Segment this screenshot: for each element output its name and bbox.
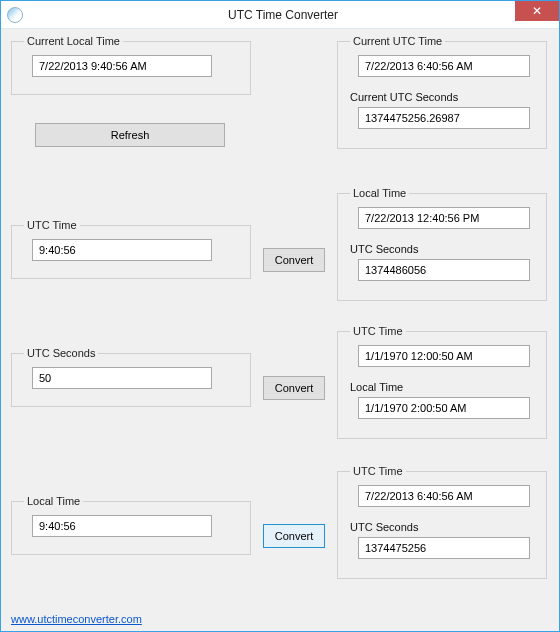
convert-local-time-button[interactable]: Convert	[263, 524, 325, 548]
label-r1-localtime: Local Time	[350, 187, 409, 199]
label-r2-localtime: Local Time	[350, 381, 536, 393]
close-icon: ✕	[532, 5, 542, 17]
group-result-3: UTC Time UTC Seconds	[337, 465, 547, 579]
legend-current-local-time: Current Local Time	[24, 35, 123, 47]
group-current-local-time: Current Local Time	[11, 35, 251, 95]
local-time-input[interactable]	[32, 515, 212, 537]
close-button[interactable]: ✕	[515, 1, 559, 21]
r2-utc-time-field[interactable]	[358, 345, 530, 367]
app-window: UTC Time Converter ✕ Current Local Time …	[0, 0, 560, 632]
r3-utc-seconds-field[interactable]	[358, 537, 530, 559]
group-current-utc: Current UTC Time Current UTC Seconds	[337, 35, 547, 149]
group-local-time-input: Local Time	[11, 495, 251, 555]
utc-seconds-input[interactable]	[32, 367, 212, 389]
website-link[interactable]: www.utctimeconverter.com	[11, 613, 142, 625]
refresh-button[interactable]: Refresh	[35, 123, 225, 147]
legend-utc-seconds: UTC Seconds	[24, 347, 98, 359]
current-utc-time-field[interactable]	[358, 55, 530, 77]
convert-utc-time-button[interactable]: Convert	[263, 248, 325, 272]
label-current-utc-seconds: Current UTC Seconds	[350, 91, 536, 103]
client-area: Current Local Time Refresh UTC Time UTC …	[1, 29, 559, 631]
label-r3-utcseconds: UTC Seconds	[350, 521, 536, 533]
utc-time-input[interactable]	[32, 239, 212, 261]
window-title: UTC Time Converter	[7, 8, 559, 22]
current-utc-seconds-field[interactable]	[358, 107, 530, 129]
r1-local-time-field[interactable]	[358, 207, 530, 229]
group-utc-seconds-input: UTC Seconds	[11, 347, 251, 407]
convert-utc-seconds-button[interactable]: Convert	[263, 376, 325, 400]
label-current-utc-time: Current UTC Time	[350, 35, 445, 47]
r3-utc-time-field[interactable]	[358, 485, 530, 507]
group-result-1: Local Time UTC Seconds	[337, 187, 547, 301]
label-r1-utcseconds: UTC Seconds	[350, 243, 536, 255]
r2-local-time-field[interactable]	[358, 397, 530, 419]
group-utc-time-input: UTC Time	[11, 219, 251, 279]
legend-utc-time: UTC Time	[24, 219, 80, 231]
titlebar: UTC Time Converter ✕	[1, 1, 559, 29]
r1-utc-seconds-field[interactable]	[358, 259, 530, 281]
label-r3-utctime: UTC Time	[350, 465, 406, 477]
group-result-2: UTC Time Local Time	[337, 325, 547, 439]
current-local-time-field[interactable]	[32, 55, 212, 77]
label-r2-utctime: UTC Time	[350, 325, 406, 337]
legend-local-time: Local Time	[24, 495, 83, 507]
